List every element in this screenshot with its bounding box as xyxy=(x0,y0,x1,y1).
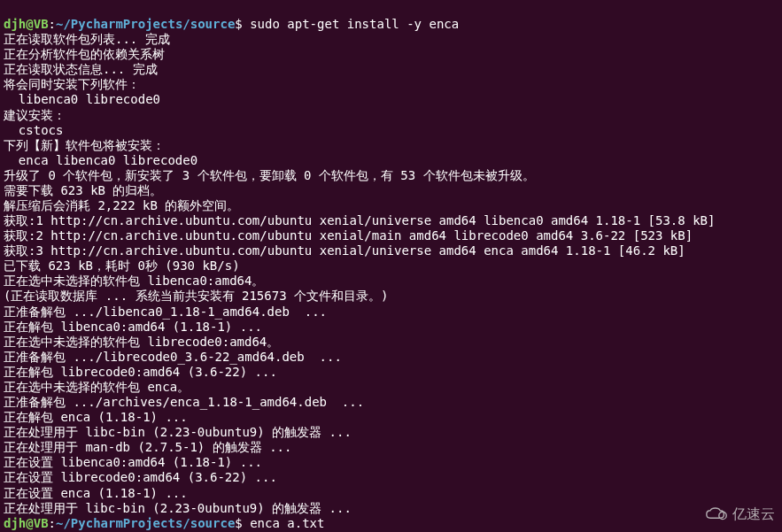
output-line: 正在选中未选择的软件包 librecode0:amd64。 xyxy=(4,335,778,350)
output-line: 已下载 623 kB，耗时 0秒 (930 kB/s) xyxy=(4,258,778,274)
prompt-user-host: djh@VB xyxy=(4,516,49,530)
output-line: 正在解包 libenca0:amd64 (1.18-1) ... xyxy=(4,320,778,335)
output-line: 升级了 0 个软件包，新安装了 3 个软件包，要卸载 0 个软件包，有 53 个… xyxy=(4,168,778,183)
output-line: 建议安装： xyxy=(4,108,778,123)
output-line: 获取:2 http://cn.archive.ubuntu.com/ubuntu… xyxy=(4,228,778,243)
output-line: cstocs xyxy=(4,123,778,138)
output-line: 正在设置 enca (1.18-1) ... xyxy=(4,486,778,501)
output-line: libenca0 librecode0 xyxy=(4,92,778,107)
prompt-colon: : xyxy=(49,17,56,31)
output-line: 获取:1 http://cn.archive.ubuntu.com/ubuntu… xyxy=(4,213,778,228)
output-line: 正在设置 libenca0:amd64 (1.18-1) ... xyxy=(4,455,778,470)
output-line: 正准备解包 .../archives/enca_1.18-1_amd64.deb… xyxy=(4,395,778,410)
output-line: 正在解包 enca (1.18-1) ... xyxy=(4,410,778,425)
prompt-dollar: $ xyxy=(235,516,250,530)
output-line: 下列【新】软件包将被安装： xyxy=(4,138,778,153)
output-line: 正在选中未选择的软件包 enca。 xyxy=(4,380,778,395)
prompt-colon: : xyxy=(49,516,56,530)
output-line: 正在解包 librecode0:amd64 (3.6-22) ... xyxy=(4,365,778,380)
output-line: 将会同时安装下列软件： xyxy=(4,77,778,92)
output-line: 正在处理用于 man-db (2.7.5-1) 的触发器 ... xyxy=(4,440,778,455)
prompt-line-1: djh@VB:~/PycharmProjects/source$ sudo ap… xyxy=(4,17,459,31)
output-line: (正在读取数据库 ... 系统当前共安装有 215673 个文件和目录。) xyxy=(4,289,778,304)
prompt-dollar: $ xyxy=(235,17,250,31)
command-text: enca a.txt xyxy=(250,516,324,530)
output-line: 获取:3 http://cn.archive.ubuntu.com/ubuntu… xyxy=(4,243,778,258)
prompt-path: ~/PycharmProjects/source xyxy=(56,516,235,530)
output-line: 正在处理用于 libc-bin (2.23-0ubuntu9) 的触发器 ... xyxy=(4,501,778,516)
prompt-line-2: djh@VB:~/PycharmProjects/source$ enca a.… xyxy=(4,516,324,530)
svg-point-0 xyxy=(719,512,726,519)
prompt-user-host: djh@VB xyxy=(4,17,49,31)
output-line: 正准备解包 .../libenca0_1.18-1_amd64.deb ... xyxy=(4,305,778,320)
prompt-path: ~/PycharmProjects/source xyxy=(56,17,235,31)
output-line: 需要下载 623 kB 的归档。 xyxy=(4,183,778,198)
output-line: 解压缩后会消耗 2,222 kB 的额外空间。 xyxy=(4,198,778,213)
command-text: sudo apt-get install -y enca xyxy=(250,17,459,31)
output-line: 正在分析软件包的依赖关系树 xyxy=(4,47,778,62)
cloud-icon xyxy=(704,505,729,523)
watermark-text: 亿速云 xyxy=(732,505,775,523)
output-line: 正准备解包 .../librecode0_3.6-22_amd64.deb ..… xyxy=(4,350,778,365)
output-line: 正在处理用于 libc-bin (2.23-0ubuntu9) 的触发器 ... xyxy=(4,425,778,440)
watermark: 亿速云 xyxy=(704,505,775,523)
output-line: 正在读取状态信息... 完成 xyxy=(4,62,778,77)
terminal-output[interactable]: djh@VB:~/PycharmProjects/source$ sudo ap… xyxy=(4,2,778,532)
output-line: enca libenca0 librecode0 xyxy=(4,153,778,168)
output-line: 正在设置 librecode0:amd64 (3.6-22) ... xyxy=(4,470,778,485)
output-line: 正在选中未选择的软件包 libenca0:amd64。 xyxy=(4,274,778,289)
output-line: 正在读取软件包列表... 完成 xyxy=(4,32,778,47)
